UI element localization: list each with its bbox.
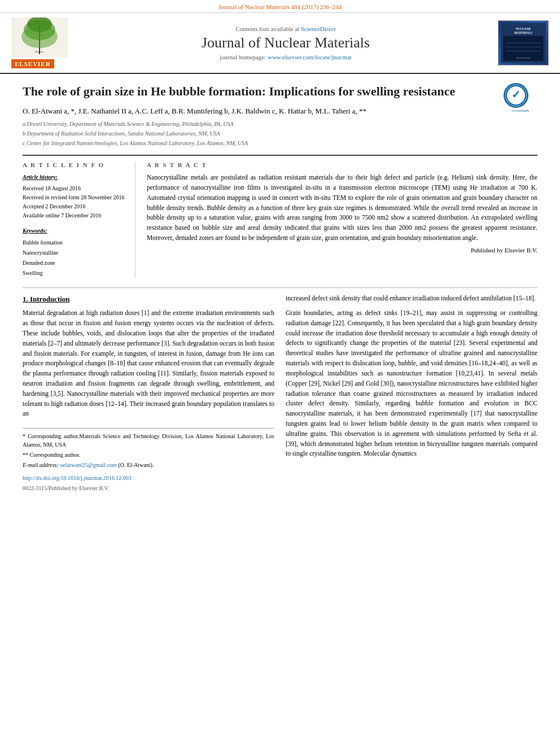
footnote-2: ** Corresponding author.: [23, 451, 274, 459]
keyword-3: Denuded zone: [23, 258, 126, 268]
abstract-column: A B S T R A C T Nanocrystalline metals a…: [147, 161, 537, 278]
article-title: The role of grain size in He bubble form…: [23, 83, 537, 100]
top-citation-bar: Journal of Nuclear Materials 484 (2017) …: [0, 0, 560, 13]
body-left-column: 1. Introduction Material degradation at …: [23, 294, 274, 494]
journal-cover-area: NUCLEAR MATERIALS Journal Cover: [487, 20, 549, 65]
crossmark-label: CrossMark: [504, 108, 537, 113]
footnote-1: * Corresponding author.Materials Science…: [23, 432, 274, 449]
cover-graphic: NUCLEAR MATERIALS Journal Cover: [501, 20, 546, 65]
svg-text:Elsevier: Elsevier: [34, 50, 44, 53]
intro-para-1: Material degradation at high radiation d…: [23, 308, 274, 419]
keyword-2: Nanocrystalline: [23, 248, 126, 258]
authors-line: O. El-Atwani a, *, J.E. Nathaniel II a, …: [23, 106, 537, 117]
main-content: The role of grain size in He bubble form…: [0, 74, 560, 505]
affiliations: a Drexel University, Department of Mater…: [23, 120, 537, 148]
svg-text:NUCLEAR: NUCLEAR: [516, 27, 531, 30]
homepage-link[interactable]: www.elsevier.com/locate/jnucmat: [268, 54, 352, 60]
article-info-label: A R T I C L E I N F O: [23, 161, 126, 168]
email-label: E-mail address:: [23, 462, 60, 468]
doi-line: http://dx.doi.org/10.1016/j.jnucmat.2016…: [23, 474, 274, 482]
article-info-column: A R T I C L E I N F O Article history: R…: [23, 161, 135, 278]
journal-cover-image: NUCLEAR MATERIALS Journal Cover: [498, 20, 549, 65]
doi-link[interactable]: http://dx.doi.org/10.1016/j.jnucmat.2016…: [23, 475, 132, 481]
keyword-4: Swelling: [23, 268, 126, 278]
journal-name-header: Journal of Nuclear Materials: [85, 34, 487, 51]
abstract-label: A B S T R A C T: [147, 161, 537, 168]
journal-citation: Journal of Nuclear Materials 484 (2017) …: [218, 3, 342, 10]
received-date: Received 18 August 2016: [23, 184, 126, 193]
sciencedirect-text: Contents lists available at ScienceDirec…: [85, 25, 487, 32]
keywords-section: Keywords: Bubble formation Nanocrystalli…: [23, 226, 126, 278]
homepage-text: journal homepage: www.elsevier.com/locat…: [85, 54, 487, 60]
email-author: (O. El-Atwani).: [118, 462, 154, 468]
revised-date: Received in revised form 28 November 201…: [23, 193, 126, 202]
affiliation-a: a Drexel University, Department of Mater…: [23, 120, 537, 129]
svg-point-4: [21, 25, 58, 48]
footnotes: * Corresponding author.Materials Science…: [23, 428, 274, 492]
intro-para-3: Grain boundaries, acting as defect sinks…: [286, 308, 537, 459]
article-title-area: The role of grain size in He bubble form…: [23, 83, 537, 100]
available-date: Available online 7 December 2016: [23, 211, 126, 220]
title-separator: [23, 155, 537, 156]
elsevier-label: ELSEVIER: [11, 59, 54, 68]
footnote-email: E-mail address: oelatwani25@gmail.com (O…: [23, 461, 274, 469]
article-meta-row: A R T I C L E I N F O Article history: R…: [23, 161, 537, 278]
intro-heading: 1. Introduction: [23, 294, 274, 305]
journal-header: Elsevier ELSEVIER Contents lists availab…: [0, 13, 560, 74]
article-history: Article history: Received 18 August 2016…: [23, 173, 126, 220]
svg-text:MATERIALS: MATERIALS: [514, 31, 532, 34]
elsevier-logo: Elsevier ELSEVIER: [11, 18, 85, 68]
elsevier-logo-area: Elsevier ELSEVIER: [11, 18, 85, 68]
crossmark-badge[interactable]: ✓ CrossMark: [504, 83, 537, 108]
elsevier-tree-icon: Elsevier: [11, 18, 68, 57]
body-columns: 1. Introduction Material degradation at …: [23, 294, 537, 494]
email-link[interactable]: oelatwani25@gmail.com: [60, 462, 117, 468]
svg-text:Journal Cover: Journal Cover: [516, 56, 531, 59]
affiliation-c: c Center for Integrated Nanotechnologies…: [23, 139, 537, 148]
svg-text:✓: ✓: [511, 89, 520, 101]
sciencedirect-link[interactable]: ScienceDirect: [301, 25, 336, 32]
affiliation-b: b Department of Radiation Solid Interact…: [23, 129, 537, 138]
keywords-label: Keywords:: [23, 226, 126, 236]
published-by: Published by Elsevier B.V.: [147, 247, 537, 254]
accepted-date: Accepted 2 December 2016: [23, 202, 126, 211]
history-label: Article history:: [23, 173, 126, 182]
body-right-column: increased defect sink density that could…: [286, 294, 537, 494]
crossmark-icon: ✓: [504, 83, 528, 108]
journal-title-area: Contents lists available at ScienceDirec…: [85, 25, 487, 60]
crossmark-svg: ✓: [505, 83, 527, 108]
abstract-text: Nanocrystalline metals are postulated as…: [147, 173, 537, 243]
issn-line: 0022-3115/Published by Elsevier B.V.: [23, 484, 274, 492]
body-separator: [23, 287, 537, 288]
keyword-1: Bubble formation: [23, 238, 126, 248]
intro-para-2: increased defect sink density that could…: [286, 294, 537, 304]
